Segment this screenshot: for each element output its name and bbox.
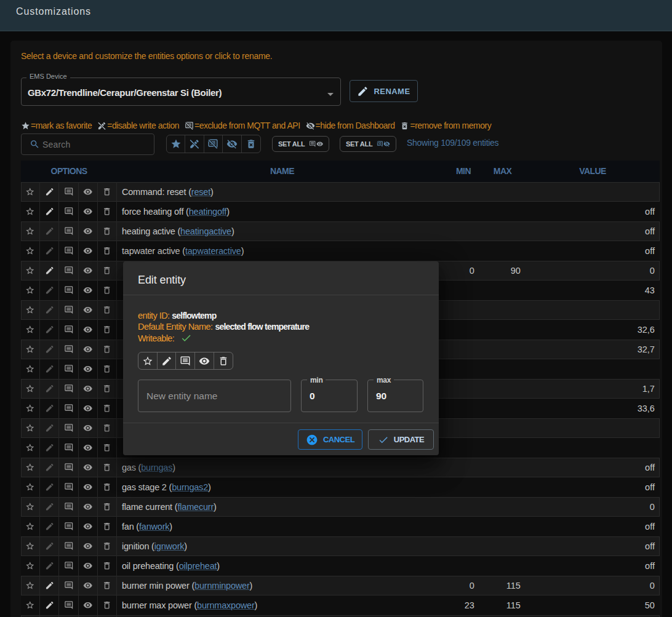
option-cell-eye[interactable] [79,359,98,379]
option-cell-comment[interactable] [59,359,78,379]
entity-name-cell[interactable]: fan (fanwork) [117,517,447,536]
option-cell-star-border[interactable] [21,477,40,497]
option-cell-edit[interactable] [40,379,59,399]
option-cell-edit[interactable] [40,320,59,340]
option-cell-edit[interactable] [40,517,59,536]
option-cell-comment[interactable] [59,320,78,340]
option-cell-eye[interactable] [79,458,98,477]
option-cell-eye[interactable] [79,281,98,300]
entity-name-cell[interactable]: tapwater active (tapwateractive) [117,241,447,261]
option-cell-eye[interactable] [79,399,98,418]
option-cell-delete[interactable] [98,202,117,221]
option-cell-edit[interactable] [40,241,59,261]
filter-toggle-star[interactable] [167,135,185,153]
entity-shortname-link[interactable]: oilpreheat [179,561,217,571]
option-cell-star-border[interactable] [21,556,40,576]
option-cell-edit[interactable] [40,576,59,595]
entity-shortname-link[interactable]: burnminpower [194,581,249,591]
entity-shortname-link[interactable]: reset [191,187,210,197]
option-cell-delete[interactable] [98,241,117,261]
option-cell-star-border[interactable] [21,281,40,300]
option-cell-eye[interactable] [79,477,98,497]
option-cell-star-border[interactable] [21,536,40,556]
entity-option-toggle-star-border[interactable] [138,352,158,369]
option-cell-star-border[interactable] [21,418,40,438]
option-cell-edit[interactable] [40,182,59,202]
option-cell-comment[interactable] [59,202,78,221]
option-cell-star-border[interactable] [21,241,40,261]
option-cell-star-border[interactable] [21,517,40,536]
option-cell-comment[interactable] [59,281,78,300]
entity-name-cell[interactable]: gas (burngas) [117,458,447,477]
option-cell-eye[interactable] [79,536,98,556]
entity-shortname-link[interactable]: burngas2 [172,482,208,492]
option-cell-star-border[interactable] [21,595,40,615]
entity-option-toggle-eye[interactable] [195,352,214,369]
option-cell-star-border[interactable] [21,399,40,418]
ems-device-select[interactable]: EMS Device GBx72/Trendline/Cerapur/Green… [21,78,341,106]
entity-option-toggle-edit[interactable] [158,352,177,369]
option-cell-delete[interactable] [98,438,117,458]
option-cell-comment[interactable] [59,399,78,418]
option-cell-edit[interactable] [40,595,59,615]
entity-name-cell[interactable]: burner max power (burnmaxpower) [117,595,447,615]
filter-toggle-delete-forever[interactable] [242,135,260,153]
option-cell-delete[interactable] [98,556,117,576]
option-cell-eye[interactable] [79,576,98,595]
option-cell-delete[interactable] [98,458,117,477]
option-cell-edit[interactable] [40,477,59,497]
option-cell-delete[interactable] [98,517,117,536]
option-cell-eye[interactable] [79,300,98,320]
option-cell-edit[interactable] [40,418,59,438]
option-cell-comment[interactable] [59,536,78,556]
option-cell-edit[interactable] [40,536,59,556]
option-cell-star-border[interactable] [21,359,40,379]
search-field[interactable] [21,133,154,155]
option-cell-edit[interactable] [40,300,59,320]
entity-option-toggle-comment[interactable] [176,352,195,369]
entity-shortname-link[interactable]: burnmaxpower [197,600,255,610]
option-cell-eye[interactable] [79,418,98,438]
search-input[interactable] [42,140,141,149]
filter-toggle-eye-off[interactable] [223,135,241,153]
option-cell-edit[interactable] [40,556,59,576]
update-button[interactable]: UPDATE [368,429,434,450]
option-cell-star-border[interactable] [21,615,40,617]
option-cell-star-border[interactable] [21,261,40,281]
option-cell-eye[interactable] [79,320,98,340]
option-cell-eye[interactable] [79,379,98,399]
option-cell-delete[interactable] [98,221,117,241]
option-cell-eye[interactable] [79,182,98,202]
option-cell-delete[interactable] [98,615,117,617]
option-cell-comment[interactable] [59,615,78,617]
option-cell-eye[interactable] [79,340,98,359]
cancel-button[interactable]: CANCEL [298,429,362,450]
option-cell-comment[interactable] [59,182,78,202]
option-cell-edit[interactable] [40,399,59,418]
entity-name-cell[interactable]: flame current (flamecurr) [117,497,447,517]
option-cell-delete[interactable] [98,477,117,497]
option-cell-delete[interactable] [98,300,117,320]
entity-shortname-link[interactable]: burngas [141,463,172,472]
option-cell-edit[interactable] [40,359,59,379]
option-cell-star-border[interactable] [21,438,40,458]
option-cell-delete[interactable] [98,595,117,615]
option-cell-star-border[interactable] [21,379,40,399]
option-cell-star-border[interactable] [21,182,40,202]
filter-toggle-edit-off[interactable] [185,135,204,153]
option-cell-star-border[interactable] [21,497,40,517]
option-cell-star-border[interactable] [21,458,40,477]
option-cell-edit[interactable] [40,340,59,359]
option-cell-comment[interactable] [59,241,78,261]
option-cell-comment[interactable] [59,418,78,438]
entity-shortname-link[interactable]: flamecurr [177,502,214,512]
option-cell-eye[interactable] [79,615,98,617]
entity-shortname-link[interactable]: tapwateractive [185,246,241,256]
option-cell-edit[interactable] [40,221,59,241]
option-cell-comment[interactable] [59,497,78,517]
new-entity-name-input[interactable] [146,380,276,412]
entity-option-toggle-delete[interactable] [214,352,233,369]
option-cell-delete[interactable] [98,418,117,438]
entity-shortname-link[interactable]: ignwork [154,541,185,551]
option-cell-delete[interactable] [98,182,117,202]
